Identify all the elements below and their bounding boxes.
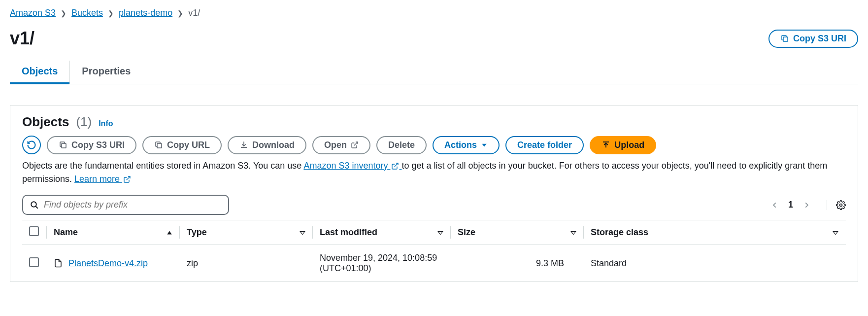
copy-s3-uri-button[interactable]: Copy S3 URI xyxy=(768,30,858,48)
objects-panel: Objects (1) Info Copy S3 URI Copy URL Do… xyxy=(10,105,858,282)
inventory-link[interactable]: Amazon S3 inventory xyxy=(303,161,401,171)
download-label: Download xyxy=(252,140,295,150)
svg-line-6 xyxy=(127,176,130,180)
file-icon xyxy=(54,258,63,269)
col-name[interactable]: Name xyxy=(54,227,78,238)
prev-page-button[interactable] xyxy=(771,202,778,209)
crumb-current: v1/ xyxy=(188,8,200,18)
svg-rect-0 xyxy=(783,37,788,41)
copy-s3-uri-label: Copy S3 URI xyxy=(793,34,846,44)
search-box[interactable] xyxy=(22,195,229,215)
page-header: v1/ Copy S3 URI xyxy=(10,28,858,49)
copy-icon xyxy=(154,140,163,149)
pager: 1 xyxy=(771,200,846,210)
svg-marker-11 xyxy=(300,231,304,234)
svg-line-3 xyxy=(354,142,358,145)
search-input[interactable] xyxy=(44,200,221,210)
learn-more-link[interactable]: Learn more xyxy=(74,174,131,184)
breadcrumb: Amazon S3 ❯ Buckets ❯ planets-demo ❯ v1/ xyxy=(10,8,858,18)
cell-type: zip xyxy=(180,245,313,282)
svg-point-7 xyxy=(31,202,36,207)
sort-asc-icon[interactable] xyxy=(166,229,173,236)
col-last-modified[interactable]: Last modified xyxy=(320,227,377,238)
col-size[interactable]: Size xyxy=(458,227,475,238)
svg-marker-10 xyxy=(167,231,171,234)
delete-button[interactable]: Delete xyxy=(376,136,427,154)
delete-label: Delete xyxy=(388,140,415,150)
cell-size: 9.3 MB xyxy=(451,245,584,282)
row-checkbox[interactable] xyxy=(29,257,39,267)
copy-url-button[interactable]: Copy URL xyxy=(142,136,222,154)
chevron-right-icon: ❯ xyxy=(177,9,183,17)
svg-rect-1 xyxy=(62,143,66,148)
actions-dropdown[interactable]: Actions xyxy=(433,136,500,154)
download-icon xyxy=(239,140,248,149)
svg-rect-2 xyxy=(157,143,162,148)
crumb-buckets[interactable]: Buckets xyxy=(71,8,103,18)
svg-point-9 xyxy=(840,204,842,206)
col-storage-class[interactable]: Storage class xyxy=(591,227,648,238)
toolbar: Copy S3 URI Copy URL Download Open Delet… xyxy=(22,136,846,154)
copy-s3-uri-toolbar-button[interactable]: Copy S3 URI xyxy=(47,136,136,154)
svg-line-5 xyxy=(395,163,398,167)
object-name-link[interactable]: PlanetsDemo-v4.zip xyxy=(68,258,148,269)
filter-icon[interactable] xyxy=(437,229,444,236)
cell-last-modified: November 19, 2024, 10:08:59 (UTC+01:00) xyxy=(313,245,451,282)
page-title: v1/ xyxy=(10,28,34,49)
upload-icon xyxy=(601,140,610,149)
download-button[interactable]: Download xyxy=(228,136,306,154)
create-folder-label: Create folder xyxy=(517,140,572,150)
upload-button[interactable]: Upload xyxy=(590,136,656,154)
desc-part1: Objects are the fundamental entities sto… xyxy=(22,161,303,171)
filter-icon[interactable] xyxy=(832,229,839,236)
external-link-icon xyxy=(351,141,359,149)
open-button[interactable]: Open xyxy=(312,136,370,154)
upload-label: Upload xyxy=(614,140,644,150)
chevron-right-icon: ❯ xyxy=(108,9,114,17)
caret-down-icon xyxy=(481,141,488,148)
svg-marker-14 xyxy=(833,231,837,234)
info-link[interactable]: Info xyxy=(99,119,113,128)
panel-header: Objects (1) Info xyxy=(22,114,846,130)
objects-table: Name Type Last modified xyxy=(22,220,846,281)
learn-more-text: Learn more xyxy=(74,174,120,184)
search-pager-row: 1 xyxy=(22,195,846,215)
inventory-link-text: Amazon S3 inventory xyxy=(303,161,388,171)
search-icon xyxy=(30,201,39,210)
filter-icon[interactable] xyxy=(299,229,306,236)
tab-properties[interactable]: Properties xyxy=(70,61,142,84)
chevron-right-icon: ❯ xyxy=(61,9,67,17)
filter-icon[interactable] xyxy=(570,229,577,236)
tab-objects[interactable]: Objects xyxy=(10,61,70,84)
select-all-checkbox[interactable] xyxy=(29,226,39,236)
copy-icon xyxy=(59,140,67,149)
svg-line-8 xyxy=(35,206,38,209)
next-page-button[interactable] xyxy=(803,202,810,209)
create-folder-button[interactable]: Create folder xyxy=(505,136,584,154)
actions-label: Actions xyxy=(444,140,477,150)
refresh-button[interactable] xyxy=(22,136,41,154)
col-type[interactable]: Type xyxy=(187,227,207,238)
settings-button[interactable] xyxy=(827,200,846,210)
copy-s3-uri-label: Copy S3 URI xyxy=(71,140,125,150)
svg-marker-12 xyxy=(438,231,442,234)
panel-title: Objects xyxy=(22,114,69,130)
crumb-bucket-name[interactable]: planets-demo xyxy=(119,8,172,18)
svg-marker-13 xyxy=(571,231,575,234)
panel-count: (1) xyxy=(76,114,92,130)
page-number: 1 xyxy=(788,200,793,210)
copy-url-label: Copy URL xyxy=(167,140,210,150)
tabs: Objects Properties xyxy=(10,61,858,84)
table-row: PlanetsDemo-v4.zip zip November 19, 2024… xyxy=(22,245,846,282)
svg-marker-4 xyxy=(482,144,486,147)
panel-description: Objects are the fundamental entities sto… xyxy=(22,159,846,186)
copy-icon xyxy=(780,34,789,43)
open-label: Open xyxy=(324,140,347,150)
crumb-s3[interactable]: Amazon S3 xyxy=(10,8,56,18)
cell-storage-class: Standard xyxy=(584,245,846,282)
